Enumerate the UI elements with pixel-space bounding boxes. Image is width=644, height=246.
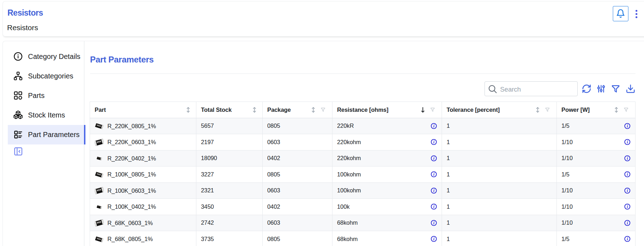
svg-text:i: i: [433, 237, 435, 241]
svg-text:i: i: [433, 188, 435, 193]
svg-text:i: i: [627, 221, 628, 225]
svg-text:i: i: [627, 124, 628, 128]
svg-text:i: i: [433, 140, 435, 144]
svg-text:i: i: [433, 221, 435, 225]
svg-text:i: i: [627, 156, 628, 160]
svg-text:i: i: [433, 124, 435, 128]
svg-text:i: i: [627, 237, 628, 241]
svg-text:i: i: [627, 172, 628, 176]
svg-text:i: i: [433, 172, 435, 176]
svg-text:i: i: [433, 204, 435, 209]
svg-text:i: i: [627, 204, 628, 209]
svg-text:i: i: [627, 188, 628, 193]
svg-text:i: i: [627, 140, 628, 144]
svg-text:i: i: [433, 156, 435, 160]
